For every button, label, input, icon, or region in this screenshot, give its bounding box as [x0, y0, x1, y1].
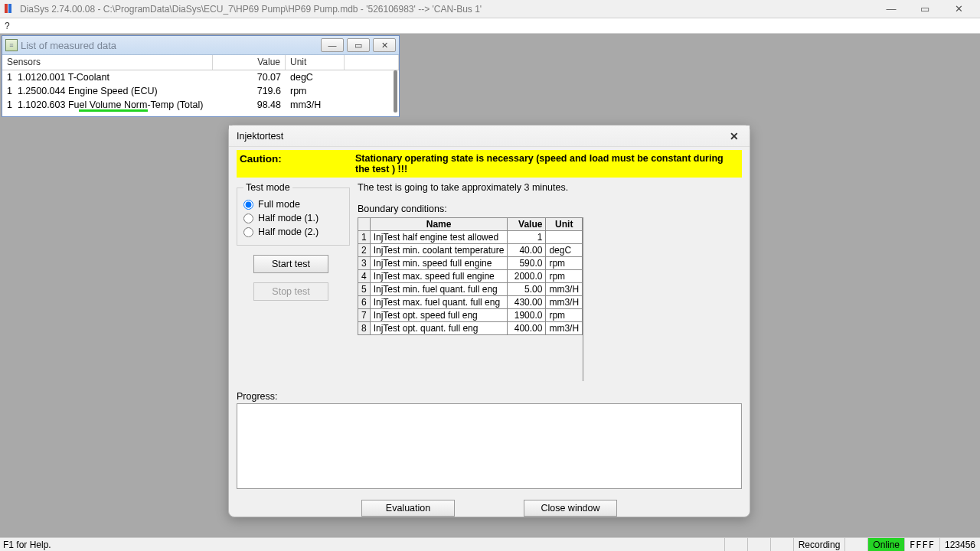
measured-title[interactable]: ≡ List of measured data — ▭ ✕: [2, 36, 399, 55]
status-cell: [844, 538, 867, 551]
status-cell: [724, 538, 747, 551]
boundary-conditions-table: Name Value Unit 1InjTest half engine tes…: [358, 217, 583, 335]
status-online: Online: [867, 538, 904, 551]
test-mode-legend: Test mode: [243, 182, 292, 193]
table-row[interactable]: 7InjTest opt. speed full eng1900.0rpm: [358, 309, 583, 322]
close-window-button[interactable]: Close window: [524, 500, 617, 517]
table-row[interactable]: 1InjTest half engine test allowed1: [358, 231, 583, 244]
caution-label: Caution:: [237, 153, 355, 174]
boundary-conditions-label: Boundary conditions:: [358, 204, 742, 214]
table-row[interactable]: 6InjTest max. fuel quant. full eng430.00…: [358, 296, 583, 309]
highlight-bar: [79, 109, 148, 112]
injector-test-dialog: Injektortest ✕ Caution: Stationary opera…: [228, 125, 750, 517]
table-row[interactable]: 3InjTest min. speed full engine590.0rpm: [358, 257, 583, 270]
info-text: The test is going to take approximately …: [358, 182, 742, 193]
close-button[interactable]: ✕: [942, 1, 975, 18]
measured-data-icon: ≡: [5, 39, 18, 51]
radio-full-mode[interactable]: Full mode: [243, 197, 343, 211]
table-row[interactable]: 4InjTest max. speed full engine2000.0rpm: [358, 270, 583, 283]
bc-header-row: Name Value Unit: [358, 218, 583, 231]
progress-label: Progress:: [237, 391, 742, 402]
measured-data-window: ≡ List of measured data — ▭ ✕ Sensors Va…: [2, 35, 400, 117]
start-test-button[interactable]: Start test: [253, 255, 328, 273]
evaluation-button[interactable]: Evaluation: [361, 500, 455, 517]
status-number: 123456: [939, 538, 980, 551]
radio-half-mode-2[interactable]: Half mode (2.): [243, 225, 343, 239]
header-sensors[interactable]: Sensors: [2, 55, 213, 70]
dialog-titlebar[interactable]: Injektortest ✕: [229, 126, 750, 147]
status-segment: FFFF: [904, 538, 939, 551]
header-unit[interactable]: Unit: [286, 55, 345, 70]
table-row[interactable]: 1 1.0120.001 T-Coolant 70.07 degC: [2, 70, 399, 84]
measured-headers: Sensors Value Unit: [2, 55, 399, 70]
measured-title-label: List of measured data: [21, 40, 116, 51]
window-title: DiaSys 2.74.00.08 - C:\ProgramData\DiaSy…: [20, 4, 874, 15]
table-row[interactable]: 8InjTest opt. quant. full eng400.00mm3/H: [358, 322, 583, 335]
dialog-title-label: Injektortest: [237, 131, 283, 142]
status-help: F1 for Help.: [0, 540, 724, 550]
sub-minimize-button[interactable]: —: [321, 38, 344, 52]
measured-body: 1 1.0120.001 T-Coolant 70.07 degC 1 1.25…: [2, 70, 399, 112]
dialog-close-icon[interactable]: ✕: [727, 130, 742, 142]
statusbar: F1 for Help. Recording Online FFFF 12345…: [0, 537, 980, 551]
caution-banner: Caution: Stationary operating state is n…: [237, 150, 742, 178]
app-icon: [5, 4, 15, 15]
workspace: ≡ List of measured data — ▭ ✕ Sensors Va…: [0, 34, 980, 537]
stop-test-button: Stop test: [253, 282, 328, 301]
help-menu[interactable]: ?: [5, 21, 10, 31]
table-row[interactable]: 2InjTest min. coolant temperature40.00de…: [358, 244, 583, 257]
maximize-button[interactable]: ▭: [908, 1, 942, 18]
minimize-button[interactable]: —: [874, 1, 908, 18]
status-cell: [747, 538, 770, 551]
main-titlebar: DiaSys 2.74.00.08 - C:\ProgramData\DiaSy…: [0, 0, 980, 18]
test-mode-group: Test mode Full mode Half mode (1.) Half …: [237, 182, 350, 246]
sub-maximize-button[interactable]: ▭: [347, 38, 370, 52]
header-value[interactable]: Value: [213, 55, 286, 70]
caution-text: Stationary operating state is necessary …: [355, 153, 742, 174]
sub-close-button[interactable]: ✕: [373, 38, 396, 52]
table-row[interactable]: 1 1.2500.044 Engine Speed (ECU) 719.6 rp…: [2, 84, 399, 98]
progress-box: [237, 403, 742, 489]
status-cell: [770, 538, 793, 551]
table-row[interactable]: 5InjTest min. fuel quant. full eng5.00mm…: [358, 283, 583, 296]
scrollbar[interactable]: [394, 70, 397, 112]
status-recording: Recording: [793, 538, 845, 551]
radio-half-mode-1[interactable]: Half mode (1.): [243, 211, 343, 225]
table-row[interactable]: 1 1.1020.603 Fuel Volume Norm-Temp (Tota…: [2, 98, 399, 112]
menubar[interactable]: ?: [0, 18, 980, 34]
